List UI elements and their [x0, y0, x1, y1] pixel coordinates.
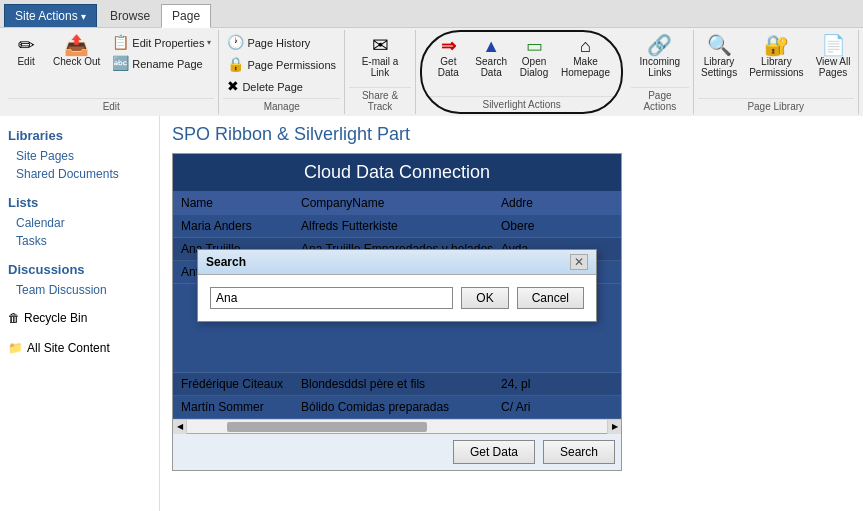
tab-page[interactable]: Page	[161, 4, 211, 28]
dialog-cancel-button[interactable]: Cancel	[517, 287, 584, 309]
manage-group-label: Manage	[223, 98, 339, 112]
edit-properties-icon: 📋	[112, 35, 129, 49]
view-all-pages-button[interactable]: 📄 View AllPages	[811, 32, 856, 81]
sidebar-item-site-pages[interactable]: Site Pages	[0, 147, 159, 165]
search-data-button[interactable]: ▲ SearchData	[470, 34, 512, 81]
table-row: Martín Sommer Bólido Comidas preparadas …	[173, 396, 621, 419]
ribbon-group-page-actions: 🔗 IncomingLinks Page Actions	[627, 30, 693, 114]
rename-page-button[interactable]: 🔤 Rename Page	[107, 53, 216, 73]
sidebar-item-tasks[interactable]: Tasks	[0, 232, 159, 250]
sidebar-section-libraries: Libraries Site Pages Shared Documents	[0, 124, 159, 183]
get-data-icon: ⇒	[441, 37, 456, 55]
sidebar: Libraries Site Pages Shared Documents Li…	[0, 116, 160, 511]
search-data-icon: ▲	[482, 37, 500, 55]
library-permissions-button[interactable]: 🔐 LibraryPermissions	[744, 32, 808, 81]
sidebar-item-calendar[interactable]: Calendar	[0, 214, 159, 232]
ribbon-group-share: ✉ E-mail aLink Share & Track	[345, 30, 416, 114]
sidebar-section-lists: Lists Calendar Tasks	[0, 191, 159, 250]
search-dialog: Search ✕ OK Cancel	[197, 249, 597, 322]
cloud-panel: Cloud Data Connection Name CompanyName A…	[172, 153, 622, 471]
ribbon-group-silverlight: ⇒ GetData ▲ SearchData ▭ OpenDialog ⌂ Ma…	[420, 30, 623, 114]
dialog-title-bar: Search ✕	[198, 250, 596, 275]
library-settings-icon: 🔍	[707, 35, 732, 55]
scroll-track[interactable]	[187, 420, 607, 433]
incoming-links-icon: 🔗	[647, 35, 672, 55]
page-title: SPO Ribbon & Silverlight Part	[172, 124, 851, 145]
dialog-ok-button[interactable]: OK	[461, 287, 508, 309]
sidebar-section-all-content: 📁 All Site Content	[0, 337, 159, 359]
tab-browse[interactable]: Browse	[99, 4, 161, 27]
search-footer-button[interactable]: Search	[543, 440, 615, 464]
library-permissions-icon: 🔐	[764, 35, 789, 55]
scroll-left-button[interactable]: ◀	[173, 420, 187, 434]
edit-properties-button[interactable]: 📋 Edit Properties ▾	[107, 32, 216, 52]
edit-group-label: Edit	[8, 98, 214, 112]
incoming-links-button[interactable]: 🔗 IncomingLinks	[635, 32, 686, 81]
ribbon-content: ✏ Edit 📤 Check Out 📋 Edit Properties ▾ 🔤	[0, 28, 863, 116]
recycle-bin-icon: 🗑	[8, 311, 20, 325]
page-permissions-button[interactable]: 🔒 Page Permissions	[222, 54, 341, 74]
page-history-button[interactable]: 🕐 Page History	[222, 32, 315, 52]
ribbon-group-manage: 🕐 Page History 🔒 Page Permissions ✖ Dele…	[219, 30, 344, 114]
sidebar-heading-lists[interactable]: Lists	[0, 191, 159, 214]
scroll-right-button[interactable]: ▶	[607, 420, 621, 434]
email-icon: ✉	[372, 35, 389, 55]
cloud-footer: Get Data Search	[173, 433, 621, 470]
page-permissions-icon: 🔒	[227, 57, 244, 71]
page-history-icon: 🕐	[227, 35, 244, 49]
sidebar-item-all-site-content[interactable]: 📁 All Site Content	[0, 337, 159, 359]
ribbon-tabs: Site Actions ▾ Browse Page	[0, 0, 863, 28]
sidebar-item-shared-documents[interactable]: Shared Documents	[0, 165, 159, 183]
scroll-thumb[interactable]	[227, 422, 427, 432]
share-group-label: Share & Track	[349, 87, 411, 112]
get-data-button[interactable]: ⇒ GetData	[428, 34, 468, 81]
dialog-close-button[interactable]: ✕	[570, 254, 588, 270]
make-homepage-icon: ⌂	[580, 37, 591, 55]
page-actions-group-label: Page Actions	[631, 87, 688, 112]
delete-page-button[interactable]: ✖ Delete Page	[222, 76, 308, 96]
view-all-pages-icon: 📄	[821, 35, 846, 55]
horizontal-scrollbar[interactable]: ◀ ▶	[173, 419, 621, 433]
sidebar-item-recycle-bin[interactable]: 🗑 Recycle Bin	[0, 307, 159, 329]
ribbon-group-page-library: 🔍 LibrarySettings 🔐 LibraryPermissions 📄…	[694, 30, 859, 114]
edit-button[interactable]: ✏ Edit	[6, 32, 46, 70]
sidebar-heading-discussions[interactable]: Discussions	[0, 258, 159, 281]
sidebar-section-recycle: 🗑 Recycle Bin	[0, 307, 159, 329]
content-area: SPO Ribbon & Silverlight Part Cloud Data…	[160, 116, 863, 511]
get-data-footer-button[interactable]: Get Data	[453, 440, 535, 464]
silverlight-group-label: Silverlight Actions	[430, 96, 613, 110]
dialog-title: Search	[206, 255, 246, 269]
delete-page-icon: ✖	[227, 79, 239, 93]
checkout-icon: 📤	[64, 35, 89, 55]
email-link-button[interactable]: ✉ E-mail aLink	[357, 32, 404, 81]
dialog-body: OK Cancel	[198, 275, 596, 321]
search-input[interactable]	[210, 287, 453, 309]
library-settings-button[interactable]: 🔍 LibrarySettings	[696, 32, 742, 81]
open-dialog-button[interactable]: ▭ OpenDialog	[514, 34, 554, 81]
sidebar-section-discussions: Discussions Team Discussion	[0, 258, 159, 299]
search-dialog-overlay: Search ✕ OK Cancel	[173, 191, 621, 379]
all-site-content-icon: 📁	[8, 341, 23, 355]
main-container: Libraries Site Pages Shared Documents Li…	[0, 116, 863, 511]
checkout-button[interactable]: 📤 Check Out	[48, 32, 105, 70]
cloud-panel-title: Cloud Data Connection	[173, 154, 621, 191]
sidebar-heading-libraries[interactable]: Libraries	[0, 124, 159, 147]
sidebar-item-team-discussion[interactable]: Team Discussion	[0, 281, 159, 299]
open-dialog-icon: ▭	[526, 37, 543, 55]
tab-site-actions[interactable]: Site Actions ▾	[4, 4, 97, 27]
edit-icon: ✏	[18, 35, 35, 55]
page-library-group-label: Page Library	[698, 98, 854, 112]
ribbon: Site Actions ▾ Browse Page ✏ Edit 📤 Chec…	[0, 0, 863, 116]
make-homepage-button[interactable]: ⌂ MakeHomepage	[556, 34, 615, 81]
ribbon-group-edit: ✏ Edit 📤 Check Out 📋 Edit Properties ▾ 🔤	[4, 30, 219, 114]
rename-icon: 🔤	[112, 56, 129, 70]
